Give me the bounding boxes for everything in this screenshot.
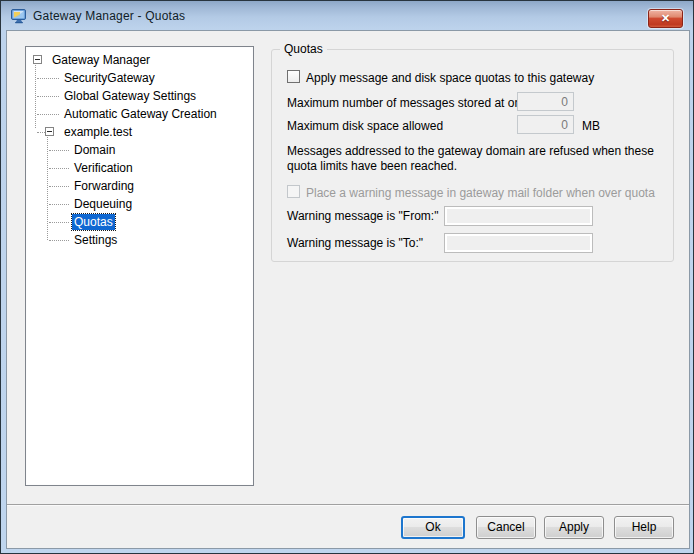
apply-quotas-label: Apply message and disk space quotas to t…	[306, 71, 594, 85]
max-disk-unit-label: MB	[582, 119, 600, 133]
tree-item-example-test[interactable]: example.test	[28, 123, 253, 141]
warning-to-input[interactable]	[444, 233, 593, 253]
tree-item-automatic-gateway-creation[interactable]: Automatic Gateway Creation	[28, 105, 253, 123]
cancel-button[interactable]: Cancel	[476, 516, 536, 539]
quota-refusal-note: Messages addressed to the gateway domain…	[287, 144, 687, 174]
dialog-window: Gateway Manager - Quotas ✕ Gateway Manag…	[0, 0, 694, 554]
tree-item-label: Verification	[72, 160, 135, 176]
computer-monitor-icon	[11, 8, 27, 24]
tree-item-dequeuing[interactable]: Dequeuing	[28, 195, 253, 213]
gateway-tree: Gateway ManagerSecurityGatewayGlobal Gat…	[25, 46, 254, 486]
max-disk-input[interactable]	[517, 115, 574, 134]
warning-message-label: Place a warning message in gateway mail …	[306, 186, 655, 200]
tree-item-label: Domain	[72, 142, 117, 158]
tree-item-label: example.test	[62, 124, 134, 140]
close-button[interactable]: ✕	[648, 9, 683, 28]
tree-item-domain[interactable]: Domain	[28, 141, 253, 159]
minus-expander-icon[interactable]	[33, 55, 42, 64]
warning-from-label: Warning message is "From:"	[287, 209, 438, 223]
apply-quotas-checkbox[interactable]	[287, 70, 300, 83]
ok-button[interactable]: Ok	[401, 516, 465, 539]
tree-item-label: Forwarding	[72, 178, 136, 194]
tree-item-label: Global Gateway Settings	[62, 88, 198, 104]
tree-item-global-gateway-settings[interactable]: Global Gateway Settings	[28, 87, 253, 105]
tree-item-gateway-manager[interactable]: Gateway Manager	[28, 51, 253, 69]
help-button[interactable]: Help	[614, 516, 674, 539]
tree-item-label: SecurityGateway	[62, 70, 157, 86]
warning-message-checkbox[interactable]	[287, 185, 300, 198]
minus-expander-icon[interactable]	[45, 127, 54, 136]
tree-item-securitygateway[interactable]: SecurityGateway	[28, 69, 253, 87]
tree-item-label: Gateway Manager	[50, 52, 152, 68]
groupbox-title: Quotas	[280, 42, 327, 56]
max-messages-label: Maximum number of messages stored at onc…	[287, 96, 534, 110]
warning-from-input[interactable]	[444, 206, 593, 226]
tree-item-settings[interactable]: Settings	[28, 231, 253, 249]
max-messages-input[interactable]	[517, 92, 574, 111]
tree-item-forwarding[interactable]: Forwarding	[28, 177, 253, 195]
titlebar[interactable]: Gateway Manager - Quotas ✕	[1, 1, 693, 30]
tree-item-label: Settings	[72, 232, 119, 248]
apply-button[interactable]: Apply	[544, 516, 604, 539]
close-icon: ✕	[649, 10, 682, 27]
tree-item-verification[interactable]: Verification	[28, 159, 253, 177]
tree-item-label: Automatic Gateway Creation	[62, 106, 219, 122]
warning-to-label: Warning message is "To:"	[287, 236, 423, 250]
window-title: Gateway Manager - Quotas	[33, 9, 185, 23]
button-bar-separator	[7, 504, 689, 506]
tree-item-quotas[interactable]: Quotas	[28, 213, 253, 231]
tree-item-label: Quotas	[72, 214, 115, 230]
max-disk-label: Maximum disk space allowed	[287, 119, 443, 133]
tree-item-label: Dequeuing	[72, 196, 134, 212]
